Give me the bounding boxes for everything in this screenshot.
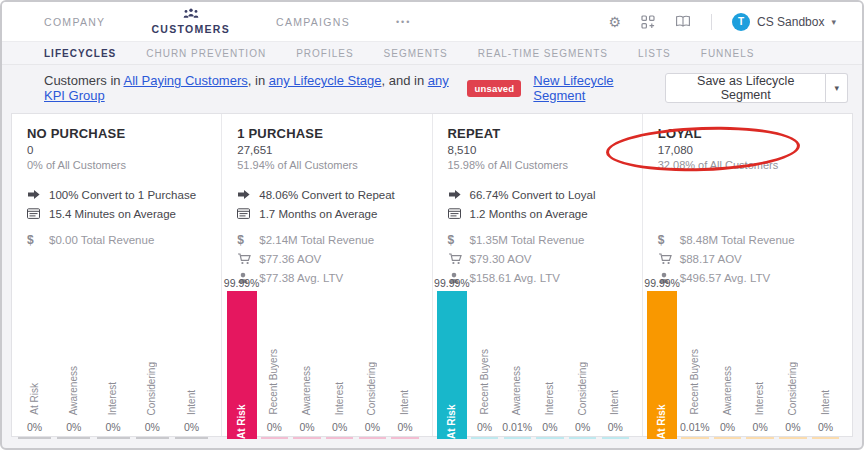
stage-column-1-purchase: 1 PURCHASE 27,651 51.94% of All Customer… [221, 114, 431, 436]
chart-category-label: Awareness [723, 366, 733, 415]
chart-value-label: 0% [365, 421, 380, 433]
save-options-caret-button[interactable]: ▾ [826, 73, 848, 103]
stat-aov-text: $79.30 AOV [470, 253, 532, 265]
chart-bar-at-risk[interactable]: 99.99%At Risk [225, 277, 258, 439]
stat-ltv-text: $158.61 Avg. LTV [470, 272, 560, 284]
chart-slot-recent-buyers[interactable]: Recent Buyers0% [468, 349, 501, 439]
tab-lists[interactable]: LISTS [638, 48, 671, 59]
chart-slot-awareness[interactable]: Awareness0% [54, 366, 93, 439]
chart-value-label: 0% [608, 421, 623, 433]
stat-duration-text: 1.7 Months on Average [259, 208, 377, 220]
chart-category-label: Recent Buyers [269, 349, 279, 415]
chart-slot-awareness[interactable]: Awareness0% [291, 366, 324, 439]
stage-title: REPEAT [448, 126, 634, 141]
chart-value-label: 0% [785, 421, 800, 433]
chart-baseline [569, 437, 596, 439]
chart-bar-at-risk[interactable]: 99.99%At Risk [436, 277, 469, 439]
tab-profiles[interactable]: PROFILES [296, 48, 353, 59]
filter-link-paying-customers[interactable]: All Paying Customers [123, 73, 247, 88]
chart-category-label: Considering [147, 362, 157, 415]
chart-category-label: Awareness [512, 366, 522, 415]
cart-icon [658, 253, 680, 265]
chart-slot-at-risk[interactable]: At Risk0% [15, 383, 54, 439]
chart-value-label: 0% [184, 421, 199, 433]
chart-value-label: 0% [818, 421, 833, 433]
stat-revenue: $ $2.14M Total Revenue [237, 230, 423, 249]
chart-slot-interest[interactable]: Interest0% [744, 382, 777, 439]
settings-gear-icon[interactable]: ⚙ [609, 15, 622, 29]
chart-value-label: 0% [477, 421, 492, 433]
stage-stats: $ $8.48M Total Revenue $88.17 AOV $496.5… [658, 185, 844, 269]
tab-lifecycles[interactable]: LIFECYCLES [44, 48, 116, 59]
stat-convert: 48.06% Convert to Repeat [237, 185, 423, 204]
chart-value-label: 0% [145, 421, 160, 433]
chart-slot-interest[interactable]: Interest0% [534, 382, 567, 439]
chart-value-label: 0% [299, 421, 314, 433]
chart-baseline [681, 437, 708, 439]
chart-slot-intent[interactable]: Intent0% [809, 390, 842, 439]
docs-book-icon[interactable] [675, 15, 691, 28]
nav-item-campaigns[interactable]: CAMPAIGNS [276, 16, 350, 28]
chart-slot-interest[interactable]: Interest0% [94, 382, 133, 439]
stat-convert-text: 100% Convert to 1 Purchase [49, 189, 196, 201]
arrow-right-icon [27, 189, 49, 200]
chart-category-label: Considering [578, 362, 588, 415]
chart-category-label: Interest [335, 382, 345, 415]
tab-segments[interactable]: SEGMENTS [384, 48, 448, 59]
filter-link-lifecycle-stage[interactable]: any Lifecycle Stage [269, 73, 382, 88]
chart-slot-awareness[interactable]: Awareness0% [711, 366, 744, 439]
chart-slot-considering[interactable]: Considering0% [356, 362, 389, 439]
tab-realtime-segments[interactable]: REAL-TIME SEGMENTS [478, 48, 608, 59]
stat-convert-text: 48.06% Convert to Repeat [259, 189, 395, 201]
chart-value-label: 99.99% [434, 277, 470, 289]
chart-slot-intent[interactable]: Intent0% [389, 390, 422, 439]
chart-slot-intent[interactable]: Intent0% [599, 390, 632, 439]
stat-duration-text: 1.2 Months on Average [470, 208, 588, 220]
nav-item-customers-label: CUSTOMERS [151, 23, 230, 35]
account-menu[interactable]: T CS Sandbox ▾ [732, 13, 836, 31]
stage-chart: At Risk0% Awareness0% Interest0% Conside… [15, 269, 211, 439]
stage-stats: 66.74% Convert to Loyal 1.2 Months on Av… [448, 185, 634, 269]
chart-category-label: Interest [545, 382, 555, 415]
chart-value-label: 0% [66, 421, 81, 433]
save-split-button: Save as Lifecycle Segment ▾ [665, 73, 848, 103]
chart-category-label: Intent [821, 390, 831, 415]
bar[interactable]: At Risk [437, 291, 467, 439]
save-as-lifecycle-segment-button[interactable]: Save as Lifecycle Segment [665, 73, 826, 103]
cart-icon [448, 253, 470, 265]
stat-ltv-text: $77.38 Avg. LTV [259, 272, 343, 284]
stat-convert: 100% Convert to 1 Purchase [27, 185, 213, 204]
chart-slot-considering[interactable]: Considering0% [777, 362, 810, 439]
more-menu-icon[interactable]: ••• [396, 17, 411, 27]
filter-sentence: Customers in All Paying Customers, in an… [44, 73, 467, 103]
tab-churn-prevention[interactable]: CHURN PREVENTION [146, 48, 266, 59]
chart-baseline [602, 437, 629, 439]
stat-revenue-text: $8.48M Total Revenue [680, 234, 795, 246]
chart-category-label: Awareness [302, 366, 312, 415]
chart-category-label: Intent [610, 390, 620, 415]
chart-slot-considering[interactable]: Considering0% [566, 362, 599, 439]
chart-slot-recent-buyers[interactable]: Recent Buyers0.01% [678, 349, 711, 439]
nav-item-company[interactable]: COMPANY [44, 16, 105, 28]
new-lifecycle-segment-link[interactable]: New Lifecycle Segment [533, 73, 653, 103]
chart-slot-intent[interactable]: Intent0% [172, 390, 211, 439]
chart-baseline [97, 437, 130, 439]
apps-grid-icon[interactable] [641, 15, 655, 29]
chart-slot-interest[interactable]: Interest0% [323, 382, 356, 439]
arrow-right-icon [448, 189, 470, 200]
nav-item-customers[interactable]: CUSTOMERS [151, 8, 230, 35]
chart-slot-awareness[interactable]: Awareness0.01% [501, 366, 534, 439]
chart-value-label: 0% [106, 421, 121, 433]
chart-bar-at-risk[interactable]: 99.99%At Risk [646, 277, 679, 439]
stage-count: 17,080 [658, 144, 844, 156]
filter-bar: Customers in All Paying Customers, in an… [2, 65, 862, 111]
tab-funnels[interactable]: FUNNELS [701, 48, 755, 59]
chart-slot-recent-buyers[interactable]: Recent Buyers0% [258, 349, 291, 439]
stage-chart: 99.99%At Risk Recent Buyers0% Awareness0… [225, 269, 421, 439]
bar[interactable]: At Risk [647, 291, 677, 439]
stage-title: LOYAL [658, 126, 844, 141]
bar[interactable]: At Risk [227, 291, 257, 439]
chart-slot-considering[interactable]: Considering0% [133, 362, 172, 439]
filter-sep-1: , in [248, 73, 269, 88]
chart-baseline [471, 437, 498, 439]
